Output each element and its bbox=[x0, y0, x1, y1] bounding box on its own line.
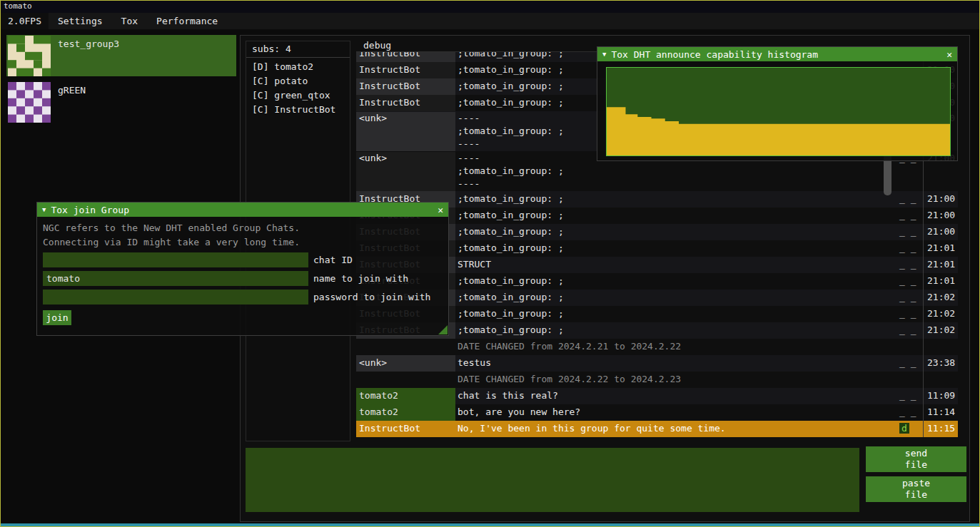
message-time: 11:09 bbox=[923, 388, 958, 404]
message-sender: InstructBot bbox=[356, 52, 455, 62]
message-text: testus bbox=[455, 355, 884, 372]
window-bottom-border bbox=[1, 523, 979, 526]
histogram-area bbox=[607, 107, 950, 155]
collapse-arrow-icon[interactable]: ▼ bbox=[602, 51, 606, 58]
histogram-window: ▼ Tox DHT announce capability histogram … bbox=[597, 46, 958, 161]
join-button[interactable]: join bbox=[43, 310, 71, 325]
subs-header: subs: 4 bbox=[246, 41, 350, 58]
message-sender: <unk> bbox=[356, 355, 455, 372]
subs-item[interactable]: [C] green_qtox bbox=[246, 88, 350, 103]
message-text: bot, are you new here? bbox=[455, 404, 884, 421]
message-row: tomato2bot, are you new here?_ _11:14 bbox=[356, 404, 958, 421]
message-sender: InstructBot bbox=[356, 78, 455, 95]
menu-item-settings[interactable]: Settings bbox=[49, 13, 112, 29]
window-title: tomato bbox=[4, 1, 32, 11]
column-gutter bbox=[884, 388, 896, 404]
chat-message-input[interactable] bbox=[246, 448, 859, 512]
message-time: 21:01 bbox=[923, 257, 958, 273]
message-text: ;tomato_in_group: ; bbox=[455, 290, 884, 306]
tab-debug[interactable]: debug bbox=[363, 40, 391, 51]
message-sender: InstructBot bbox=[356, 62, 455, 78]
message-time: 21:00 bbox=[923, 191, 958, 208]
field-row: chat ID bbox=[43, 252, 443, 267]
password-to-join-with-input[interactable] bbox=[43, 290, 308, 305]
message-text: chat is this real? bbox=[455, 388, 884, 404]
join-info-text: NGC refers to the New DHT enabled Group … bbox=[43, 221, 443, 235]
message-time bbox=[923, 372, 958, 388]
collapse-arrow-icon[interactable]: ▼ bbox=[42, 206, 46, 213]
field-label: chat ID bbox=[313, 252, 353, 267]
app-window: tomato 2.0FPSSettingsToxPerformance test… bbox=[0, 0, 980, 527]
column-gutter bbox=[884, 257, 896, 273]
column-gutter bbox=[884, 240, 896, 257]
message-text: ;tomato_in_group: ; bbox=[455, 208, 884, 224]
message-flags bbox=[896, 372, 923, 388]
chat-ID-input[interactable] bbox=[43, 252, 308, 267]
join-window-close-icon[interactable]: ✕ bbox=[438, 205, 443, 215]
message-flags: _ _ bbox=[896, 322, 923, 339]
subs-item[interactable]: [D] tomato2 bbox=[246, 60, 350, 74]
message-time: 11:15 bbox=[923, 421, 958, 437]
message-text: ;tomato_in_group: ; bbox=[455, 273, 884, 290]
join-window-body: NGC refers to the New DHT enabled Group … bbox=[37, 217, 448, 329]
column-gutter bbox=[884, 355, 896, 372]
menubar: 2.0FPSSettingsToxPerformance bbox=[1, 13, 979, 29]
message-row: DATE CHANGED from 2024.2.21 to 2024.2.22 bbox=[356, 339, 958, 355]
group-label: gREEN bbox=[58, 81, 86, 123]
message-flags: _ _ bbox=[896, 224, 923, 240]
join-info-text: Connecting via ID might take a very long… bbox=[43, 235, 443, 250]
message-row: <unk>testus_ _23:38 bbox=[356, 355, 958, 372]
menu-item-tox[interactable]: Tox bbox=[112, 13, 147, 29]
message-text: STRUCT bbox=[455, 257, 884, 273]
message-flags bbox=[896, 339, 923, 355]
subs-item[interactable]: [C] potato bbox=[246, 74, 350, 88]
join-window-title: Tox join Group bbox=[51, 205, 129, 215]
message-time: 21:01 bbox=[923, 240, 958, 257]
paste-file-button[interactable]: paste file bbox=[866, 476, 966, 502]
message-text: ;tomato_in_group: ; bbox=[455, 224, 884, 240]
message-time: 21:02 bbox=[923, 322, 958, 339]
group-item-test_group3[interactable]: test_group3 bbox=[6, 35, 236, 76]
send-file-button[interactable]: send file bbox=[866, 446, 966, 472]
column-gutter bbox=[884, 372, 896, 388]
message-flags: _ _ bbox=[896, 290, 923, 306]
message-sender: tomato2 bbox=[356, 388, 455, 404]
message-flags: _ _ bbox=[896, 257, 923, 273]
histogram-window-close-icon[interactable]: ✕ bbox=[946, 49, 952, 60]
message-sender: <unk> bbox=[356, 112, 455, 151]
menu-item-performance[interactable]: Performance bbox=[147, 13, 227, 29]
name-to-join-with-input[interactable]: tomato bbox=[43, 271, 308, 286]
group-item-gREEN[interactable]: gREEN bbox=[6, 81, 236, 123]
message-text: ;tomato_in_group: ; bbox=[455, 191, 884, 208]
message-text: DATE CHANGED from 2024.2.22 to 2024.2.23 bbox=[455, 372, 884, 388]
message-time bbox=[923, 339, 958, 355]
message-text: DATE CHANGED from 2024.2.21 to 2024.2.22 bbox=[455, 339, 884, 355]
column-gutter bbox=[884, 421, 896, 437]
message-sender: <unk> bbox=[356, 152, 455, 191]
message-time: 21:02 bbox=[923, 290, 958, 306]
message-flags: _ _ bbox=[896, 306, 923, 322]
histogram-chart bbox=[607, 68, 950, 155]
message-time: 23:38 bbox=[923, 355, 958, 372]
message-text: ;tomato_in_group: ; bbox=[455, 306, 884, 322]
join-window-titlebar[interactable]: ▼ Tox join Group ✕ bbox=[37, 203, 448, 217]
column-gutter bbox=[884, 208, 896, 224]
message-row: InstructBotNo, I've been in this group f… bbox=[356, 421, 958, 437]
message-text: ;tomato_in_group: ; bbox=[455, 240, 884, 257]
message-sender bbox=[356, 339, 455, 355]
resize-grip[interactable] bbox=[438, 325, 448, 334]
column-gutter bbox=[884, 273, 896, 290]
group-roster: test_group3gREEN bbox=[6, 35, 236, 128]
message-time: 21:01 bbox=[923, 273, 958, 290]
fps-counter: 2.0FPS bbox=[1, 13, 49, 29]
message-time: 21:00 bbox=[923, 208, 958, 224]
subs-item[interactable]: [C] InstructBot bbox=[246, 103, 350, 117]
column-gutter bbox=[884, 404, 896, 421]
message-text: ;tomato_in_group: ; bbox=[455, 322, 884, 339]
column-gutter bbox=[884, 290, 896, 306]
message-flags: d bbox=[896, 421, 923, 437]
message-time: 11:14 bbox=[923, 404, 958, 421]
histogram-window-title: Tox DHT announce capability histogram bbox=[611, 49, 818, 60]
message-sender bbox=[356, 372, 455, 388]
histogram-window-titlebar[interactable]: ▼ Tox DHT announce capability histogram … bbox=[597, 47, 957, 61]
